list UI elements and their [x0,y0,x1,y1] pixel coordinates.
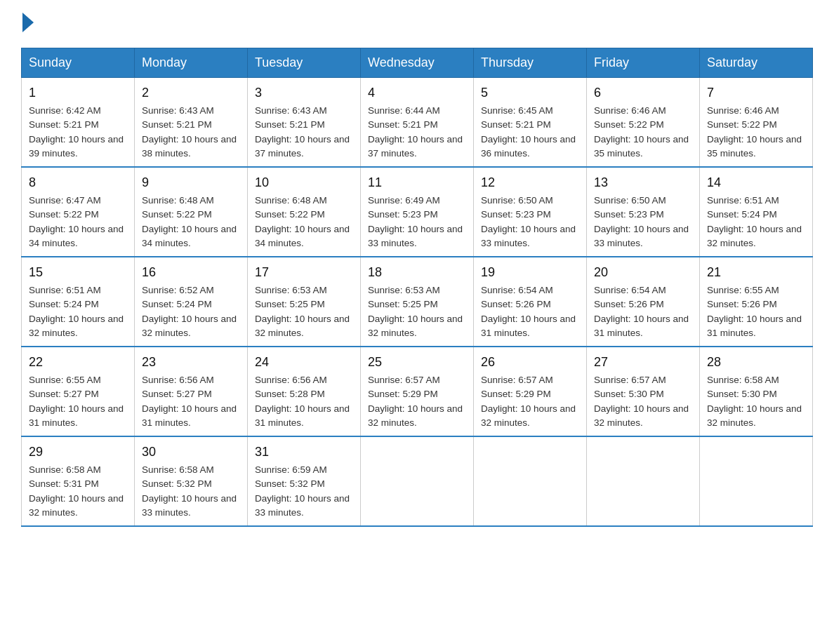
day-number: 16 [142,263,240,282]
calendar-cell: 19Sunrise: 6:54 AMSunset: 5:26 PMDayligh… [474,257,587,347]
sunset-text: Sunset: 5:32 PM [255,478,325,489]
day-number: 27 [594,353,692,372]
calendar-cell: 30Sunrise: 6:58 AMSunset: 5:32 PMDayligh… [135,436,248,526]
sunrise-text: Sunrise: 6:42 AM [29,105,101,116]
sunrise-text: Sunrise: 6:53 AM [368,285,440,295]
sunset-text: Sunset: 5:24 PM [707,209,777,220]
day-number: 18 [368,263,466,282]
day-number: 8 [29,173,127,192]
daylight-text: Daylight: 10 hours and 34 minutes. [255,224,350,248]
day-number: 11 [368,173,466,192]
sunrise-text: Sunrise: 6:47 AM [29,195,101,206]
sunrise-text: Sunrise: 6:51 AM [29,285,101,295]
day-number: 7 [707,83,805,102]
sunrise-text: Sunrise: 6:51 AM [707,195,779,206]
sunset-text: Sunset: 5:26 PM [707,299,777,309]
calendar-week-row: 15Sunrise: 6:51 AMSunset: 5:24 PMDayligh… [22,257,813,347]
sunrise-text: Sunrise: 6:56 AM [255,375,327,385]
calendar-cell: 20Sunrise: 6:54 AMSunset: 5:26 PMDayligh… [587,257,700,347]
sunrise-text: Sunrise: 6:53 AM [255,285,327,295]
sunrise-text: Sunrise: 6:54 AM [594,285,666,295]
sunrise-text: Sunrise: 6:58 AM [29,464,101,475]
daylight-text: Daylight: 10 hours and 37 minutes. [368,134,463,159]
calendar-cell: 15Sunrise: 6:51 AMSunset: 5:24 PMDayligh… [22,257,135,347]
calendar-cell: 22Sunrise: 6:55 AMSunset: 5:27 PMDayligh… [22,347,135,436]
calendar-cell: 18Sunrise: 6:53 AMSunset: 5:25 PMDayligh… [361,257,474,347]
day-number: 3 [255,83,353,102]
logo [21,14,34,34]
daylight-text: Daylight: 10 hours and 35 minutes. [594,134,689,159]
sunset-text: Sunset: 5:30 PM [594,389,664,399]
sunset-text: Sunset: 5:21 PM [29,119,99,130]
calendar-cell: 16Sunrise: 6:52 AMSunset: 5:24 PMDayligh… [135,257,248,347]
col-header-saturday: Saturday [700,48,813,78]
sunrise-text: Sunrise: 6:48 AM [255,195,327,206]
calendar-header-row: SundayMondayTuesdayWednesdayThursdayFrid… [22,48,813,78]
daylight-text: Daylight: 10 hours and 32 minutes. [255,314,350,338]
daylight-text: Daylight: 10 hours and 31 minutes. [594,314,689,338]
calendar-week-row: 8Sunrise: 6:47 AMSunset: 5:22 PMDaylight… [22,167,813,257]
sunrise-text: Sunrise: 6:49 AM [368,195,440,206]
sunset-text: Sunset: 5:23 PM [368,209,438,220]
daylight-text: Daylight: 10 hours and 38 minutes. [142,134,237,159]
calendar-cell: 29Sunrise: 6:58 AMSunset: 5:31 PMDayligh… [22,436,135,526]
sunset-text: Sunset: 5:22 PM [29,209,99,220]
daylight-text: Daylight: 10 hours and 34 minutes. [29,224,124,248]
sunset-text: Sunset: 5:22 PM [707,119,777,130]
day-number: 12 [481,173,579,192]
calendar-cell: 12Sunrise: 6:50 AMSunset: 5:23 PMDayligh… [474,167,587,257]
sunset-text: Sunset: 5:25 PM [255,299,325,309]
col-header-wednesday: Wednesday [361,48,474,78]
sunrise-text: Sunrise: 6:57 AM [481,375,553,385]
sunset-text: Sunset: 5:27 PM [29,389,99,399]
day-number: 13 [594,173,692,192]
calendar-week-row: 29Sunrise: 6:58 AMSunset: 5:31 PMDayligh… [22,436,813,526]
sunset-text: Sunset: 5:23 PM [594,209,664,220]
sunset-text: Sunset: 5:22 PM [594,119,664,130]
daylight-text: Daylight: 10 hours and 32 minutes. [707,403,802,428]
daylight-text: Daylight: 10 hours and 32 minutes. [368,314,463,338]
sunset-text: Sunset: 5:28 PM [255,389,325,399]
sunset-text: Sunset: 5:27 PM [142,389,212,399]
calendar-cell: 7Sunrise: 6:46 AMSunset: 5:22 PMDaylight… [700,78,813,168]
day-number: 25 [368,353,466,372]
day-number: 4 [368,83,466,102]
sunset-text: Sunset: 5:32 PM [142,478,212,489]
col-header-friday: Friday [587,48,700,78]
calendar-cell: 9Sunrise: 6:48 AMSunset: 5:22 PMDaylight… [135,167,248,257]
calendar-cell: 21Sunrise: 6:55 AMSunset: 5:26 PMDayligh… [700,257,813,347]
sunset-text: Sunset: 5:21 PM [481,119,551,130]
daylight-text: Daylight: 10 hours and 34 minutes. [142,224,237,248]
day-number: 2 [142,83,240,102]
day-number: 19 [481,263,579,282]
col-header-thursday: Thursday [474,48,587,78]
daylight-text: Daylight: 10 hours and 32 minutes. [29,314,124,338]
daylight-text: Daylight: 10 hours and 33 minutes. [594,224,689,248]
sunset-text: Sunset: 5:31 PM [29,478,99,489]
sunset-text: Sunset: 5:29 PM [481,389,551,399]
daylight-text: Daylight: 10 hours and 35 minutes. [707,134,802,159]
daylight-text: Daylight: 10 hours and 32 minutes. [594,403,689,428]
daylight-text: Daylight: 10 hours and 36 minutes. [481,134,576,159]
day-number: 15 [29,263,127,282]
sunset-text: Sunset: 5:21 PM [255,119,325,130]
sunrise-text: Sunrise: 6:58 AM [142,464,214,475]
daylight-text: Daylight: 10 hours and 32 minutes. [29,493,124,518]
calendar-cell: 23Sunrise: 6:56 AMSunset: 5:27 PMDayligh… [135,347,248,436]
daylight-text: Daylight: 10 hours and 33 minutes. [481,224,576,248]
calendar-cell: 11Sunrise: 6:49 AMSunset: 5:23 PMDayligh… [361,167,474,257]
sunrise-text: Sunrise: 6:50 AM [594,195,666,206]
day-number: 26 [481,353,579,372]
logo-arrow-icon [22,13,34,32]
daylight-text: Daylight: 10 hours and 33 minutes. [368,224,463,248]
sunset-text: Sunset: 5:26 PM [481,299,551,309]
daylight-text: Daylight: 10 hours and 33 minutes. [142,493,237,518]
day-number: 24 [255,353,353,372]
daylight-text: Daylight: 10 hours and 32 minutes. [368,403,463,428]
calendar-week-row: 22Sunrise: 6:55 AMSunset: 5:27 PMDayligh… [22,347,813,436]
day-number: 5 [481,83,579,102]
day-number: 9 [142,173,240,192]
day-number: 20 [594,263,692,282]
day-number: 23 [142,353,240,372]
daylight-text: Daylight: 10 hours and 33 minutes. [255,493,350,518]
